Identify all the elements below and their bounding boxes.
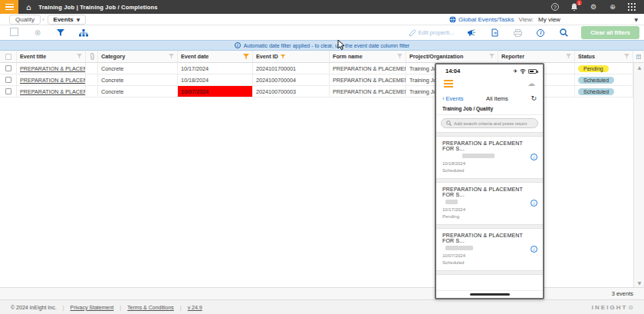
notifications-bell-icon[interactable]: 1 — [570, 2, 579, 12]
home-icon[interactable]: ⌂ — [26, 3, 31, 12]
filter-icon[interactable] — [397, 54, 402, 59]
announcement-megaphone-icon[interactable] — [466, 28, 477, 38]
page-footer: © 2024 InEight Inc. | Privacy Statement … — [0, 299, 644, 314]
account-globe-icon[interactable]: ⊕ — [608, 2, 617, 12]
clear-all-filters-button[interactable]: Clear all filters — [581, 26, 639, 39]
refresh-icon[interactable]: ↻ — [531, 94, 537, 102]
copyright-text: © 2024 InEight Inc. — [11, 305, 57, 310]
chevron-down-icon: ▼ — [634, 17, 638, 22]
app-launcher-grid-icon[interactable] — [627, 2, 636, 12]
table-row[interactable]: PREPARATION & PLACEMENT FOR S... Concret… — [0, 74, 644, 86]
print-icon[interactable] — [512, 28, 523, 38]
row-checkbox[interactable] — [0, 86, 17, 97]
filter-icon[interactable] — [624, 54, 629, 59]
column-header-form-name[interactable]: Form name — [330, 51, 406, 62]
wifi-icon — [520, 69, 526, 74]
ineight-logo-mark: ⊙ — [628, 304, 635, 311]
export-document-icon[interactable] — [489, 28, 500, 38]
form-name-cell: PREPARATION & PLACEMENT FOR S... — [330, 63, 406, 74]
phone-event-title: PREPARATION & PLACEMENT FOR S... — [442, 187, 526, 197]
scroll-down-icon[interactable]: ▼ — [634, 280, 644, 286]
phone-event-status: Scheduled — [442, 259, 526, 266]
column-header-event-id[interactable]: Event ID — [253, 51, 330, 62]
info-icon[interactable]: i — [535, 28, 546, 38]
breadcrumb-separator: › — [42, 16, 44, 23]
phone-page-title: All Items — [486, 95, 508, 102]
version-link[interactable]: v 24.9 — [188, 305, 202, 310]
event-id-cell: 2024100700004 — [253, 74, 330, 85]
column-header-event-date[interactable]: Event date — [178, 51, 253, 62]
phone-event-item[interactable]: PREPARATION & PLACEMENT FOR S... 10/17/2… — [436, 183, 543, 224]
phone-status-bar: 14:04 ✈ — [436, 64, 543, 76]
column-header-event-title[interactable]: Event title — [17, 51, 86, 62]
filter-icon[interactable] — [55, 28, 66, 38]
ineight-logo: INEIGHT⊙ — [592, 304, 644, 311]
info-icon[interactable]: i — [531, 246, 537, 253]
phone-nav-bar: ☁ — [436, 76, 543, 91]
globe-icon — [449, 16, 456, 23]
phone-event-date: 10/07/2024 — [442, 253, 526, 259]
phone-menu-icon[interactable] — [444, 80, 453, 88]
app-title: Training Job | Training Job / Completion… — [38, 4, 157, 11]
event-title-link[interactable]: PREPARATION & PLACEMENT FOR S... — [17, 74, 86, 85]
event-date-cell: 10/18/2024 — [178, 74, 253, 85]
global-events-tasks-link[interactable]: Global Events/Tasks — [449, 16, 514, 23]
edit-properties-button[interactable]: Edit properti... — [409, 29, 455, 36]
table-row[interactable]: PREPARATION & PLACEMENT FOR S... Concret… — [0, 86, 644, 98]
cloud-sync-icon[interactable]: ☁ — [527, 79, 535, 88]
redacted-text — [445, 246, 473, 250]
event-date-cell-overdue: 10/07/2024 — [178, 86, 253, 97]
phone-back-link[interactable]: ‹ Events — [442, 95, 464, 102]
breadcrumb-page-dropdown[interactable]: Events ▼ — [48, 15, 87, 25]
info-icon[interactable]: i — [531, 154, 537, 160]
select-all-checkbox[interactable] — [0, 51, 17, 62]
filter-icon[interactable] — [489, 54, 495, 59]
info-icon[interactable]: i — [531, 200, 537, 207]
column-header-category[interactable]: Category — [98, 51, 178, 62]
phone-event-status: Pending — [442, 213, 526, 220]
phone-project-path: Training Job / Quality — [436, 105, 543, 115]
settings-gear-icon[interactable]: ⚙ — [589, 2, 598, 12]
chevron-down-icon: ▼ — [77, 17, 80, 22]
search-icon — [446, 121, 452, 126]
category-cell: Concrete — [98, 74, 178, 85]
column-header-reporter[interactable]: Reporter — [498, 51, 575, 62]
status-badge: Scheduled — [578, 88, 614, 95]
row-checkbox[interactable] — [0, 63, 17, 74]
filter-icon[interactable] — [566, 54, 571, 59]
vertical-scrollbar[interactable]: ▲ ▼ — [633, 63, 644, 287]
org-hierarchy-icon[interactable] — [78, 28, 89, 38]
redacted-text — [462, 154, 495, 158]
search-icon[interactable] — [558, 28, 569, 38]
event-title-link[interactable]: PREPARATION & PLACEMENT FOR S... — [17, 63, 86, 74]
column-chooser-icon[interactable] — [633, 51, 644, 62]
filter-icon[interactable] — [169, 54, 174, 59]
notification-badge: 1 — [577, 0, 582, 5]
column-header-attachment[interactable] — [86, 51, 98, 62]
filter-icon[interactable] — [77, 54, 82, 59]
main-menu-button[interactable] — [0, 0, 18, 14]
column-header-project-organization[interactable]: Project/Organization — [406, 51, 498, 62]
help-icon[interactable]: ? — [550, 2, 560, 12]
terms-conditions-link[interactable]: Terms & Conditions — [127, 305, 174, 310]
filter-active-icon[interactable] — [243, 54, 249, 60]
view-controls: Global Events/Tasks View: My view ▼ — [449, 16, 644, 23]
home-indicator — [470, 293, 510, 296]
paperclip-icon — [90, 53, 94, 61]
copy-icon[interactable] — [9, 28, 20, 38]
row-checkbox[interactable] — [0, 74, 17, 85]
status-cell: Scheduled — [575, 74, 633, 85]
event-title-link[interactable]: PREPARATION & PLACEMENT FOR S... — [17, 86, 86, 97]
breadcrumb-module[interactable]: Quality — [9, 15, 41, 25]
sort-active-icon[interactable] — [281, 54, 285, 60]
column-header-status[interactable]: Status — [575, 51, 633, 62]
phone-event-item[interactable]: PREPARATION & PLACEMENT FOR S... 10/07/2… — [436, 229, 543, 270]
view-dropdown[interactable]: My view ▼ — [538, 16, 638, 23]
table-row[interactable]: PREPARATION & PLACEMENT FOR S... Concret… — [0, 63, 644, 74]
phone-search-input[interactable]: Add search criteria and press return — [441, 118, 538, 128]
privacy-statement-link[interactable]: Privacy Statement — [70, 305, 113, 310]
phone-event-item[interactable]: PREPARATION & PLACEMENT FOR S... 10/18/2… — [436, 137, 543, 178]
scroll-up-icon[interactable]: ▲ — [634, 64, 644, 70]
edit-properties-label: Edit properti... — [419, 29, 455, 36]
cancel-circle-icon[interactable]: ⊗ — [32, 28, 43, 38]
